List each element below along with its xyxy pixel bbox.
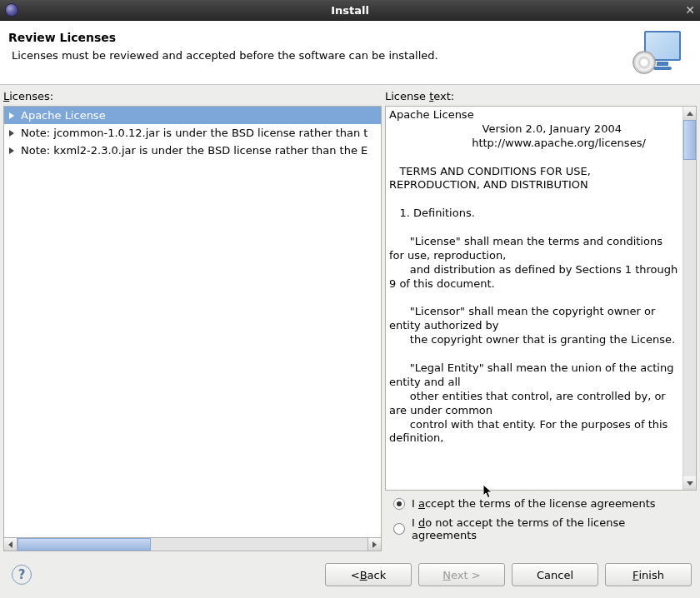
license-text-panel: License text: Apache License Version 2.0… [385,87,697,551]
license-text-content[interactable]: Apache License Version 2.0, January 2004… [386,107,682,490]
chevron-right-icon [9,147,14,154]
scroll-up-icon[interactable] [683,107,696,120]
next-button: Next > [418,563,505,586]
content-area: Licenses: Apache License Note: jcommon-1… [0,85,700,555]
wizard-header: Review Licenses Licenses must be reviewe… [0,21,700,85]
list-item-label: Apache License [21,109,106,122]
horizontal-scrollbar[interactable] [3,538,382,551]
license-text-container: Apache License Version 2.0, January 2004… [385,106,697,491]
list-item-label: Note: kxml2-2.3.0.jar is under the BSD l… [21,144,368,157]
license-text-label: License text: [385,87,697,106]
list-item[interactable]: Note: kxml2-2.3.0.jar is under the BSD l… [4,142,381,159]
back-button[interactable]: < Back [325,563,412,586]
scrollbar-track[interactable] [683,120,696,476]
page-subtitle: Licenses must be reviewed and accepted b… [12,49,636,62]
licenses-label: Licenses: [3,87,382,106]
license-accept-group: I accept the terms of the license agreem… [385,491,697,551]
radio-label: I do not accept the terms of the license… [412,516,693,541]
license-list[interactable]: Apache License Note: jcommon-1.0.12.jar … [3,106,382,538]
scrollbar-thumb[interactable] [683,120,696,160]
list-item[interactable]: Apache License [4,107,381,124]
vertical-scrollbar[interactable] [682,107,696,490]
accept-radio[interactable]: I accept the terms of the license agreem… [393,497,693,510]
list-item[interactable]: Note: jcommon-1.0.12.jar is under the BS… [4,124,381,142]
scrollbar-thumb[interactable] [18,538,151,551]
scroll-right-icon[interactable] [368,538,381,551]
page-title: Review Licenses [8,31,636,44]
close-icon[interactable]: ✕ [685,3,695,17]
reject-radio[interactable]: I do not accept the terms of the license… [393,516,693,541]
finish-button[interactable]: Finish [605,563,692,586]
cancel-button[interactable]: Cancel [512,563,598,586]
radio-label: I accept the terms of the license agreem… [412,497,656,510]
scroll-left-icon[interactable] [4,538,18,551]
radio-icon [393,498,405,510]
help-button[interactable]: ? [12,565,32,585]
radio-icon [393,523,405,535]
chevron-right-icon [9,130,14,137]
licenses-panel: Licenses: Apache License Note: jcommon-1… [3,87,382,551]
titlebar: Install ✕ [0,0,700,21]
button-bar: ? < Back Next > Cancel Finish [0,555,700,598]
install-icon [636,31,681,72]
scroll-down-icon[interactable] [683,476,696,490]
list-item-label: Note: jcommon-1.0.12.jar is under the BS… [21,127,368,139]
chevron-right-icon [9,112,14,119]
scrollbar-track[interactable] [18,538,368,551]
window-title: Install [331,4,369,17]
app-icon [5,3,18,17]
